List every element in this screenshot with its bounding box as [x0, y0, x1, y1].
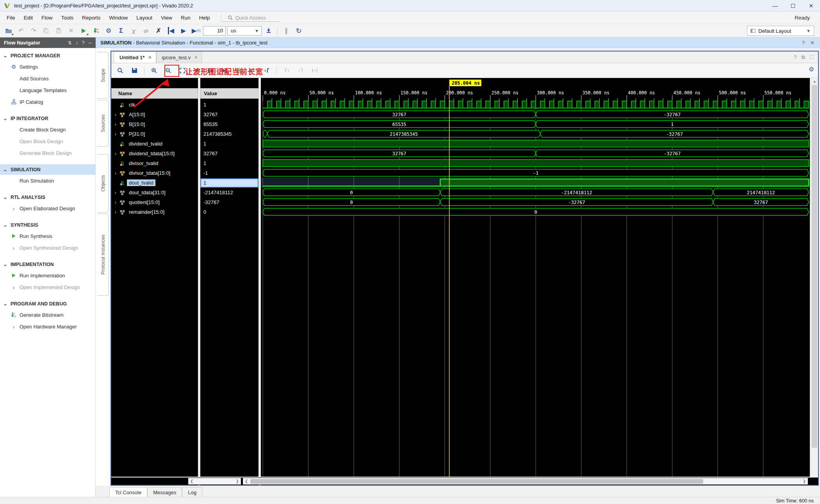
run-all-icon[interactable]: ▶	[178, 26, 189, 36]
float-window-icon[interactable]: ⧉	[802, 54, 805, 60]
menu-item-help[interactable]: Help	[195, 13, 214, 23]
time-unit-dropdown[interactable]: us ▼	[227, 26, 262, 35]
paste-icon[interactable]	[53, 26, 64, 36]
open-project-icon[interactable]	[3, 26, 14, 36]
menu-item-window[interactable]: Window	[105, 13, 132, 23]
sidebar-section-simulation[interactable]: ⌄SIMULATION	[0, 164, 95, 175]
sidebar-item-ip-catalog[interactable]: IP Catalog	[0, 96, 95, 108]
console-tab-messages[interactable]: Messages	[147, 487, 182, 497]
expand-chevron-icon[interactable]: ›	[113, 131, 118, 137]
sidebar-item-settings[interactable]: ⚙Settings	[0, 61, 95, 73]
name-column-header[interactable]: Name	[111, 88, 198, 99]
scroll-left-icon[interactable]: ❮	[189, 479, 193, 483]
quick-access-search[interactable]: Quick Access	[221, 14, 280, 22]
maximize-panel-icon[interactable]: ⛶	[810, 54, 813, 60]
editor-tab-ipcore-test-v[interactable]: ipcore_test.v✕	[156, 51, 202, 63]
side-tab-scope[interactable]: Scope	[97, 52, 109, 99]
run-for-time-icon[interactable]: ▶(T)	[191, 26, 201, 36]
save-waveform-icon[interactable]	[128, 65, 140, 76]
expand-chevron-icon[interactable]: ›	[113, 112, 118, 117]
menu-item-reports[interactable]: Reports	[78, 13, 105, 23]
kill-simulation-icon[interactable]: ✗	[153, 26, 164, 36]
menu-item-view[interactable]: View	[157, 13, 176, 23]
sidebar-section-implementation[interactable]: ⌄IMPLEMENTATION	[0, 259, 95, 270]
signal-row-clk[interactable]: ›clk	[111, 100, 198, 110]
signal-value-remainder150[interactable]: 0	[200, 207, 258, 217]
sidebar-section-rtl-analysis[interactable]: ⌄RTL ANALYSIS	[0, 192, 95, 202]
minimize-panel-icon[interactable]: ─	[88, 40, 92, 46]
signal-row-dividend_tdata150[interactable]: ›dividend_tdata[15:0]	[111, 149, 198, 158]
waveform-settings-gear-icon[interactable]: ⚙	[809, 66, 814, 73]
waveform-hscrollbar[interactable]: ❮ ❯	[243, 478, 808, 484]
scroll-right-icon[interactable]: ❯	[803, 479, 808, 483]
expand-chevron-icon[interactable]: ›	[113, 170, 118, 176]
scroll-up-icon[interactable]: ▲	[811, 78, 818, 83]
close-button[interactable]: ✕	[802, 0, 820, 11]
expand-chevron-icon[interactable]: ›	[113, 190, 118, 195]
sidebar-item-add-sources[interactable]: Add Sources	[0, 73, 95, 84]
sidebar-item-run-synthesis[interactable]: Run Synthesis	[0, 230, 95, 242]
name-panel-hscrollbar[interactable]: ❮ ❯	[188, 478, 241, 484]
signal-value-A150[interactable]: 32767	[200, 110, 258, 119]
delete-icon[interactable]: ✕	[66, 26, 77, 36]
menu-item-file[interactable]: File	[2, 13, 20, 23]
close-tab-icon[interactable]: ✕	[194, 55, 198, 60]
collapse-all-icon[interactable]: ⇅	[68, 40, 72, 46]
sidebar-item-open-elaborated-design[interactable]: ›Open Elaborated Design	[0, 202, 95, 214]
editor-tab-untitled-1-[interactable]: Untitled 1*✕	[114, 51, 156, 63]
signal-value-dout_tdata310[interactable]: -2147418112	[200, 188, 258, 197]
expand-chevron-icon[interactable]: ›	[113, 151, 118, 156]
signal-value-P310[interactable]: 2147385345	[200, 129, 258, 139]
maximize-button[interactable]: ☐	[784, 0, 802, 11]
signal-value-dividend_tvalid[interactable]: 1	[200, 139, 258, 149]
help-icon[interactable]: ?	[82, 40, 85, 46]
expand-chevron-icon[interactable]: ›	[113, 209, 118, 215]
settings-gear-icon[interactable]: ⚙	[103, 26, 114, 36]
minimize-button[interactable]: —	[766, 0, 784, 11]
value-column-header[interactable]: Value	[200, 88, 258, 99]
signal-row-divisor_tvalid[interactable]: ›divisor_tvalid	[111, 158, 198, 168]
signal-value-dout_tvalid[interactable]: 1	[200, 178, 258, 188]
console-tab-tcl-console[interactable]: Tcl Console	[109, 487, 147, 497]
signal-value-B150[interactable]: 65535	[200, 119, 258, 129]
signal-value-dividend_tdata150[interactable]: 32767	[200, 149, 258, 158]
sidebar-item-run-implementation[interactable]: Run Implementation	[0, 270, 95, 281]
signal-row-B150[interactable]: ›B[15:0]	[111, 119, 198, 129]
signal-row-A150[interactable]: ›A[15:0]	[111, 110, 198, 119]
signal-row-P310[interactable]: ›P[31:0]	[111, 129, 198, 139]
signal-value-divisor_tdata150[interactable]: -1	[200, 168, 258, 178]
sidebar-item-create-block-design[interactable]: Create Block Design	[0, 124, 95, 135]
signal-value-quotient150[interactable]: -32767	[200, 197, 258, 207]
signal-value-clk[interactable]: 1	[200, 100, 258, 110]
scroll-right-icon[interactable]: ❯	[236, 479, 241, 483]
sidebar-item-generate-bitstream[interactable]: 0110Generate Bitstream	[0, 309, 95, 321]
side-tab-protocol-instances[interactable]: Protocol Instances	[97, 214, 109, 296]
copy-icon[interactable]	[41, 26, 52, 36]
signal-row-remainder150[interactable]: ›remainder[15:0]	[111, 207, 198, 217]
signal-value-divisor_tvalid[interactable]: 1	[200, 158, 258, 168]
menu-item-tools[interactable]: Tools	[57, 13, 78, 23]
signal-row-dout_tdata310[interactable]: ›dout_tdata[31:0]	[111, 188, 198, 197]
redo-icon[interactable]: ↷	[28, 26, 39, 36]
help-icon[interactable]: ?	[794, 54, 797, 60]
menu-item-flow[interactable]: Flow	[37, 13, 57, 23]
expand-all-icon[interactable]: ↕	[76, 40, 78, 46]
signal-row-dividend_tvalid[interactable]: ›dividend_tvalid	[111, 139, 198, 149]
find-icon[interactable]	[114, 65, 126, 76]
sidebar-section-project-manager[interactable]: ⌄PROJECT MANAGER	[0, 50, 95, 61]
run-time-input[interactable]	[203, 26, 226, 35]
restart-simulation-icon[interactable]: ◀	[166, 26, 176, 36]
sidebar-section-program-and-debug[interactable]: ⌄PROGRAM AND DEBUG	[0, 298, 95, 309]
generate-bitstream-icon[interactable]: 0110	[91, 26, 102, 36]
signal-row-dout_tvalid[interactable]: ›dout_tvalid	[111, 178, 198, 188]
waveform-canvas[interactable]: 0.000 ns50.000 ns100.000 ns150.000 ns200…	[261, 78, 810, 477]
expand-chevron-icon[interactable]: ›	[113, 199, 118, 205]
scroll-left-icon[interactable]: ❮	[243, 479, 248, 483]
step-icon[interactable]	[263, 26, 274, 36]
signal-row-divisor_tdata150[interactable]: ›divisor_tdata[15:0]	[111, 168, 198, 178]
expand-chevron-icon[interactable]: ›	[113, 121, 118, 127]
menu-item-layout[interactable]: Layout	[132, 13, 157, 23]
side-tab-sources[interactable]: Sources	[97, 100, 109, 147]
close-banner-icon[interactable]: ✕	[810, 40, 815, 46]
relaunch-icon[interactable]: ↻	[293, 26, 304, 36]
